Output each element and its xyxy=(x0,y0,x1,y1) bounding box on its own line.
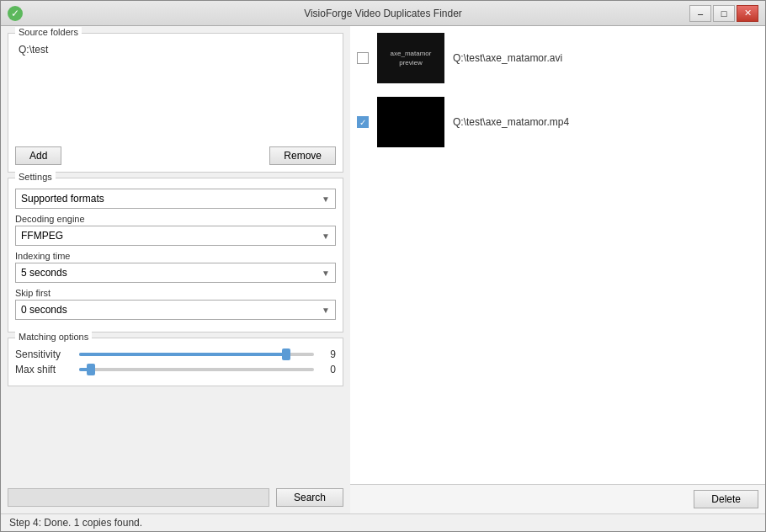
minimize-button[interactable]: – xyxy=(689,5,711,22)
video-checkbox-2[interactable]: ✓ xyxy=(357,116,369,128)
video-thumb-text-1: axe_matamorpreview xyxy=(391,49,432,67)
title-bar-left: ✓ xyxy=(8,6,23,21)
settings-label: Settings xyxy=(15,172,56,182)
maximize-button[interactable]: □ xyxy=(713,5,735,22)
formats-value: Supported formats xyxy=(21,193,104,205)
window-controls: – □ ✕ xyxy=(689,5,758,22)
indexing-label: Indexing time xyxy=(15,251,336,261)
decoding-value: FFMPEG xyxy=(21,230,63,242)
sensitivity-value: 9 xyxy=(319,348,336,360)
delete-button[interactable]: Delete xyxy=(694,490,758,508)
folder-buttons: Add Remove xyxy=(15,146,336,165)
right-wrapper: axe_matamorpreview Q:\test\axe_matamor.a… xyxy=(350,26,765,513)
remove-button[interactable]: Remove xyxy=(269,146,336,165)
maxshift-value: 0 xyxy=(319,364,336,375)
right-footer: Delete xyxy=(350,484,765,513)
decoding-label: Decoding engine xyxy=(15,214,336,224)
maxshift-label: Max shift xyxy=(15,364,74,375)
indexing-arrow: ▼ xyxy=(322,269,330,278)
formats-row: Supported formats ▼ xyxy=(15,189,336,209)
sensitivity-label: Sensitivity xyxy=(15,348,74,360)
settings-group: Settings Supported formats ▼ Decoding en… xyxy=(8,178,343,332)
formats-dropdown[interactable]: Supported formats ▼ xyxy=(15,189,336,209)
source-folders-label: Source folders xyxy=(15,27,82,37)
sensitivity-row: Sensitivity 9 xyxy=(15,348,336,360)
video-path-1: Q:\test\axe_matamor.avi xyxy=(453,52,562,64)
search-bar: Search xyxy=(8,488,343,507)
main-window: ✓ VisioForge Video Duplicates Finder – □… xyxy=(0,0,766,532)
close-button[interactable]: ✕ xyxy=(737,5,758,22)
add-button[interactable]: Add xyxy=(15,146,61,165)
status-text: Step 4: Done. 1 copies found. xyxy=(9,517,142,529)
maxshift-row: Max shift 0 xyxy=(15,364,336,375)
skip-dropdown[interactable]: 0 seconds ▼ xyxy=(15,300,336,320)
panels-row: Source folders Q:\test Add Remove Settin… xyxy=(1,26,765,513)
video-item-2: ✓ Q:\test\axe_matamor.mp4 xyxy=(357,97,758,147)
video-thumb-2 xyxy=(377,97,444,147)
skip-arrow: ▼ xyxy=(322,306,330,315)
indexing-row: Indexing time 5 seconds ▼ xyxy=(15,251,336,283)
video-thumb-1: axe_matamorpreview xyxy=(377,33,444,83)
indexing-dropdown[interactable]: 5 seconds ▼ xyxy=(15,263,336,283)
right-content: axe_matamorpreview Q:\test\axe_matamor.a… xyxy=(350,26,765,484)
source-folders-group: Source folders Q:\test Add Remove xyxy=(8,33,343,173)
video-checkbox-1[interactable] xyxy=(357,52,369,64)
folder-item: Q:\test xyxy=(15,42,336,57)
left-panel: Source folders Q:\test Add Remove Settin… xyxy=(1,26,350,513)
formats-arrow: ▼ xyxy=(322,194,330,204)
video-item-1: axe_matamorpreview Q:\test\axe_matamor.a… xyxy=(357,33,758,83)
folder-list: Q:\test xyxy=(15,42,336,143)
sensitivity-track xyxy=(79,353,314,356)
decoding-row: Decoding engine FFMPEG ▼ xyxy=(15,214,336,246)
matching-label: Matching options xyxy=(15,332,92,342)
sensitivity-thumb[interactable] xyxy=(282,348,290,360)
window-title: VisioForge Video Duplicates Finder xyxy=(304,8,462,19)
maxshift-track xyxy=(79,368,314,371)
matching-group: Matching options Sensitivity 9 Max shift xyxy=(8,338,343,386)
skip-value: 0 seconds xyxy=(21,304,67,316)
maxshift-thumb[interactable] xyxy=(87,364,95,375)
indexing-value: 5 seconds xyxy=(21,267,67,279)
video-path-2: Q:\test\axe_matamor.mp4 xyxy=(453,116,569,128)
status-bar: Step 4: Done. 1 copies found. xyxy=(1,513,765,531)
decoding-dropdown[interactable]: FFMPEG ▼ xyxy=(15,226,336,246)
decoding-arrow: ▼ xyxy=(322,231,330,241)
sensitivity-fill xyxy=(79,353,286,356)
title-bar: ✓ VisioForge Video Duplicates Finder – □… xyxy=(1,1,765,26)
app-icon: ✓ xyxy=(8,6,23,21)
search-button[interactable]: Search xyxy=(276,488,343,507)
checkbox-check-2: ✓ xyxy=(359,118,366,127)
progress-bar xyxy=(8,488,269,507)
skip-label: Skip first xyxy=(15,288,336,298)
skip-row: Skip first 0 seconds ▼ xyxy=(15,288,336,320)
